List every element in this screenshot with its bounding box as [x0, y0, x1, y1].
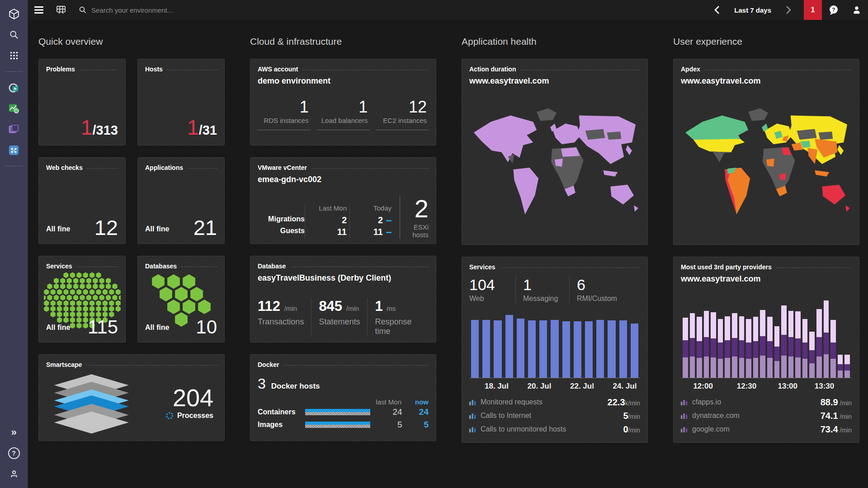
search-icon[interactable]	[0, 24, 28, 45]
services-stat-rmi: 6 RMI/Custom	[569, 276, 624, 303]
tile-apdex[interactable]: Apdex www.easytravel.com	[673, 59, 859, 245]
tile-title: AWS account	[258, 66, 298, 73]
vcenter-name: emea-gdn-vc002	[258, 175, 429, 184]
main-area: Search your environment... Last 7 days 1…	[28, 0, 868, 488]
status-text: All fine	[145, 225, 169, 233]
mini-bar-chart-icon	[469, 426, 476, 432]
tile-title: Action duration	[469, 66, 516, 73]
tile-problems[interactable]: Problems 1/313	[38, 59, 126, 145]
map-region-canada	[685, 115, 748, 141]
problems-total-count: /313	[93, 123, 118, 138]
tile-services-health[interactable]: Services 104 Web 1 Messaging 6	[462, 257, 648, 443]
stacked-bar	[802, 319, 808, 378]
tile-action-duration[interactable]: Action duration www.easytravel.com	[462, 59, 648, 245]
timeframe-next-icon[interactable]	[779, 0, 797, 20]
map-region-sa	[513, 167, 538, 214]
world-map-apdex	[681, 102, 852, 223]
map-region-af_w	[766, 159, 774, 167]
user-account-icon[interactable]	[845, 0, 868, 20]
tile-smartscape[interactable]: Smartscape 204	[38, 354, 225, 441]
tile-docker[interactable]: Docker 3 Docker hosts last Mon now Conta	[250, 354, 436, 441]
tile-aws-account[interactable]: AWS account demo environment 1 RDS insta…	[250, 59, 436, 145]
sidebar-expand-icon[interactable]: »	[0, 422, 28, 443]
column-quick-overview: Quick overview Problems 1/313 Hosts 1/31…	[38, 31, 225, 488]
mini-bar-chart-icon	[469, 413, 476, 419]
db-stat-statements: 845 /min Statements	[311, 298, 367, 336]
bar	[482, 320, 490, 378]
tile-title: Applications	[145, 164, 183, 171]
docker-table: last Mon now Containers 24 24 Images	[258, 395, 429, 431]
timeframe-selector[interactable]: Last 7 days	[726, 6, 779, 14]
map-region-europe	[553, 123, 581, 144]
database-name: easyTravelBusiness (Derby Client)	[258, 273, 429, 283]
column-title: Quick overview	[38, 36, 225, 47]
map-region-japan	[837, 145, 844, 155]
map-region-nz	[845, 205, 850, 211]
trend-flat-icon	[386, 220, 392, 221]
metric-row-calls-internet: Calls to Internet 5/min	[469, 409, 640, 422]
environment-search[interactable]: Search your environment...	[72, 0, 179, 20]
stacked-bar	[725, 316, 730, 378]
search-input[interactable]: Search your environment...	[91, 6, 173, 14]
hamburger-menu-icon[interactable]	[28, 0, 50, 20]
dashboards-icon[interactable]	[50, 0, 72, 20]
dynatrace-logo-icon[interactable]	[0, 4, 28, 24]
metric-row-monitored-requests: Monitored requests 22.3k/min	[469, 395, 640, 409]
trend-flat-icon	[386, 232, 392, 233]
column-title: Cloud & infrastructure	[250, 36, 436, 47]
sidebar: » ?	[0, 0, 28, 488]
column-header: Last Mon	[305, 204, 347, 215]
bar	[596, 320, 604, 378]
sidebar-divider	[5, 71, 23, 72]
tile-hosts[interactable]: Hosts 1/31	[137, 59, 225, 145]
x-tick-label: 22. Jul	[570, 382, 594, 391]
esxi-hosts-stat: 2 ESXi hosts	[400, 196, 429, 239]
x-tick-label: 24. Jul	[613, 382, 637, 391]
sidebar-item-technologies-icon[interactable]	[0, 119, 28, 140]
row-label: Guests	[258, 227, 305, 239]
timeframe-prev-icon[interactable]	[708, 0, 726, 20]
tile-title: Hosts	[145, 66, 163, 73]
docker-hosts-count: 3	[258, 375, 266, 392]
tile-vmware-vcenter[interactable]: VMware vCenter emea-gdn-vc002 Migrations…	[250, 157, 436, 244]
status-text: All fine	[46, 225, 70, 233]
tile-title: Apdex	[681, 66, 700, 73]
column-application-health: Application health Action duration www.e…	[462, 31, 648, 488]
stacked-bar	[838, 355, 843, 378]
stacked-bar	[788, 311, 794, 378]
tile-databases[interactable]: Databases All fine10	[137, 256, 225, 343]
help-chat-icon[interactable]: ?	[822, 0, 845, 20]
mini-bar-chart-icon	[681, 426, 688, 432]
tile-services[interactable]: Services All fine115	[38, 256, 126, 343]
dashboard-content: Quick overview Problems 1/313 Hosts 1/31…	[28, 20, 868, 488]
x-tick-label: 20. Jul	[528, 382, 552, 391]
tile-title: Services	[46, 263, 72, 270]
sidebar-user-icon[interactable]	[0, 464, 28, 484]
problems-badge[interactable]: 1	[804, 0, 822, 20]
sidebar-item-smartscape-icon[interactable]	[0, 98, 28, 119]
sidebar-item-deployment-icon[interactable]	[0, 77, 28, 98]
map-region-mongolia	[607, 131, 621, 140]
metric-row-dynatrace: dynatrace.com 74.1 /min	[681, 409, 852, 422]
tile-database[interactable]: Database easyTravelBusiness (Derby Clien…	[250, 256, 436, 343]
double-chevron-right-icon: »	[11, 427, 16, 438]
hosts-problem-count: 1	[187, 117, 199, 138]
tile-title: VMware vCenter	[258, 164, 307, 171]
tile-applications[interactable]: Applications All fine21	[137, 157, 225, 244]
application-name: www.easytravel.com	[469, 76, 640, 86]
tile-3rd-party-providers[interactable]: Most used 3rd party providers www.easytr…	[673, 257, 859, 443]
apps-grid-icon[interactable]	[0, 45, 28, 66]
column-header: Today	[350, 204, 392, 215]
tile-web-checks[interactable]: Web checks All fine12	[38, 157, 126, 244]
sidebar-item-network-icon[interactable]	[0, 140, 28, 160]
map-region-greenland	[537, 108, 557, 121]
services-bar-chart: 18. Jul20. Jul22. Jul24. Jul	[469, 309, 640, 393]
map-region-indonesia	[815, 170, 829, 176]
column-header: last Mon	[369, 398, 401, 406]
tile-title: Web checks	[46, 164, 83, 171]
problems-open-count: 1	[81, 117, 93, 138]
sidebar-help-icon[interactable]: ?	[0, 443, 28, 464]
status-text: All fine	[46, 324, 70, 332]
aws-account-name: demo environment	[258, 76, 429, 86]
aws-stat-ec2: 12 EC2 instances	[376, 99, 429, 130]
